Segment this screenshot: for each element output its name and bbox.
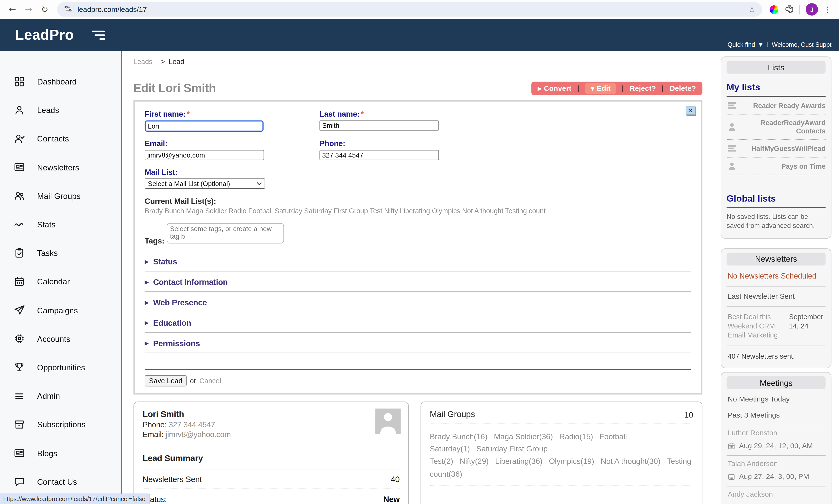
expand-arrow-icon: ▶ <box>145 300 149 305</box>
action-divider: | <box>656 84 670 92</box>
sidebar-item-blogs[interactable]: Blogs <box>0 439 121 467</box>
profile-avatar[interactable]: J <box>806 3 818 16</box>
menu-toggle-icon[interactable] <box>92 31 105 40</box>
sidebar-item-campaigns[interactable]: Campaigns <box>0 296 121 324</box>
color-wheel-extension-icon[interactable] <box>770 5 778 14</box>
lead-action-bar: ▶Convert | ▼Edit | Reject? | Delete? <box>531 81 702 95</box>
convert-button[interactable]: ▶Convert <box>538 84 571 92</box>
section-education[interactable]: ▶Education <box>145 314 691 333</box>
list-item-readerreadyaward-contacts[interactable]: ReaderReadyAward Contacts <box>727 114 826 140</box>
sidebar-item-calendar[interactable]: Calendar <box>0 267 121 296</box>
sidebar-item-mail-groups[interactable]: Mail Groups <box>0 182 121 210</box>
sidebar-item-accounts[interactable]: Accounts <box>0 325 121 353</box>
sidebar-item-stats[interactable]: Stats <box>0 210 121 239</box>
url-text[interactable]: leadpro.com/leads/17 <box>77 5 744 13</box>
mail-group-link[interactable]: Brady Bunch(16) <box>430 432 488 441</box>
sidebar-item-opportunities[interactable]: Opportunities <box>0 353 121 381</box>
first-name-label: First name:* <box>145 110 190 118</box>
site-settings-icon[interactable] <box>64 3 73 15</box>
divider <box>727 286 826 286</box>
mail-list-label: Mail List: <box>145 168 177 176</box>
tags-input[interactable] <box>167 223 284 244</box>
brand-logo[interactable]: LeadPro <box>15 26 74 43</box>
email-field: Email: <box>145 139 320 160</box>
newsletter-item[interactable]: Best Deal this Weekend CRM Email Marketi… <box>728 313 824 340</box>
forward-icon[interactable]: → <box>21 2 35 16</box>
phone-input[interactable] <box>319 150 439 160</box>
mail-group-link[interactable]: Nifty(29) <box>460 457 489 466</box>
meeting-item[interactable]: Luther Ronston Aug 29, 24, 12, 00, AM <box>727 429 826 450</box>
newsletter-card-icon <box>13 161 25 173</box>
breadcrumb-leads[interactable]: Leads <box>134 57 153 66</box>
delete-button[interactable]: Delete? <box>670 84 696 92</box>
list-item-reader-ready-awards[interactable]: Reader Ready Awards <box>727 97 826 114</box>
chevron-down-icon <box>257 182 262 185</box>
no-meetings-text: No Meetings Today <box>728 395 824 403</box>
close-form-button[interactable]: x <box>686 106 696 115</box>
email-input[interactable] <box>145 150 264 160</box>
action-divider: | <box>571 84 585 92</box>
no-newsletters-text: No Newsletters Scheduled <box>728 271 824 280</box>
newsletter-date: September 14, 24 <box>789 313 825 340</box>
quick-find-caret-icon[interactable]: ▼ <box>759 42 763 47</box>
sidebar-item-leads[interactable]: Leads <box>0 96 121 124</box>
status-url-tooltip: https://www.leadpro.com/leads/17/edit?ca… <box>0 493 150 504</box>
mail-list-select[interactable]: Select a Mail List (Optional) <box>145 178 265 189</box>
meeting-datetime: Aug 27, 24, 3, 00, PM <box>739 473 809 481</box>
save-lead-button[interactable]: Save Lead <box>145 375 187 386</box>
expand-arrow-icon: ▶ <box>145 320 149 326</box>
chip-icon <box>13 333 25 345</box>
person-check-icon <box>13 133 25 145</box>
person-icon <box>727 162 737 170</box>
current-mail-lists: Current Mail List(s): Brady Bunch Maga S… <box>145 196 691 215</box>
divider <box>727 425 826 425</box>
breadcrumb: Leads --> Lead <box>134 51 703 69</box>
last-name-input[interactable] <box>319 121 439 131</box>
first-name-input[interactable] <box>145 121 264 132</box>
divider <box>727 486 826 487</box>
last-newsletter-label: Last Newsletter Sent <box>728 292 824 300</box>
sidebar-item-dashboard[interactable]: Dashboard <box>0 67 121 96</box>
bookmark-star-icon[interactable]: ☆ <box>748 5 756 14</box>
last-name-label: Last name:* <box>319 110 364 118</box>
mail-group-link[interactable]: Maga Soldier(36) <box>494 432 553 441</box>
phone-label: Phone: <box>319 139 345 148</box>
mail-group-link[interactable]: Olympics(19) <box>549 457 594 466</box>
sidebar-item-newsletters[interactable]: Newsletters <box>0 153 121 181</box>
extensions-puzzle-icon[interactable] <box>784 3 794 16</box>
sidebar-item-tasks[interactable]: Tasks <box>0 239 121 267</box>
edit-lead-form: x First name:* Last name:* Email: <box>134 100 703 395</box>
lead-summary-card: Lori Smith Phone: 327 344 4547 Email: ji… <box>134 401 409 504</box>
back-icon[interactable]: ← <box>5 2 19 16</box>
section-status[interactable]: ▶Status <box>145 253 691 271</box>
meeting-item[interactable]: Andy Jackson Aug 22, 24, 2, 00, PM <box>727 490 826 504</box>
address-bar[interactable]: leadpro.com/leads/17 ☆ <box>57 2 762 17</box>
newsletters-panel: Newsletters No Newsletters Scheduled Las… <box>721 248 832 368</box>
list-item-pays-on-time[interactable]: Pays on Time <box>727 158 826 175</box>
browser-menu-icon[interactable]: ⋮ <box>823 5 832 14</box>
mail-group-link[interactable]: Not A thought(30) <box>601 457 661 466</box>
mail-group-link[interactable]: Radio(15) <box>559 432 593 441</box>
right-sidebar: Lists My lists Reader Ready Awards Reade… <box>716 51 839 504</box>
stats-wave-icon <box>13 218 25 230</box>
person-icon <box>13 104 25 116</box>
divider <box>727 306 826 307</box>
cancel-link[interactable]: Cancel <box>199 377 221 385</box>
quick-find-link[interactable]: Quick find <box>728 41 755 48</box>
edit-button[interactable]: ▼Edit <box>585 83 616 94</box>
reload-icon[interactable]: ↻ <box>38 2 52 16</box>
title-row: Edit Lori Smith ▶Convert | ▼Edit | Rejec… <box>134 81 703 95</box>
sidebar-item-contact-us[interactable]: Contact Us <box>0 467 121 496</box>
section-web-presence[interactable]: ▶Web Presence <box>145 294 691 312</box>
list-item-halfmyguesswillplead[interactable]: HalfMyGuessWillPlead <box>727 140 826 158</box>
mail-group-link[interactable]: Liberating(36) <box>495 457 542 466</box>
summary-row-newsletters-sent: Newsletters Sent40 <box>142 469 400 489</box>
section-permissions[interactable]: ▶Permissions <box>145 335 691 353</box>
meeting-item[interactable]: Talah Anderson Aug 27, 24, 3, 00, PM <box>727 460 826 481</box>
reject-button[interactable]: Reject? <box>630 84 656 92</box>
sidebar-item-admin[interactable]: Admin <box>0 382 121 410</box>
section-contact-information[interactable]: ▶Contact Information <box>145 274 691 292</box>
page-title: Edit Lori Smith <box>134 81 216 95</box>
sidebar-item-subscriptions[interactable]: Subscriptions <box>0 410 121 439</box>
sidebar-item-contacts[interactable]: Contacts <box>0 124 121 153</box>
